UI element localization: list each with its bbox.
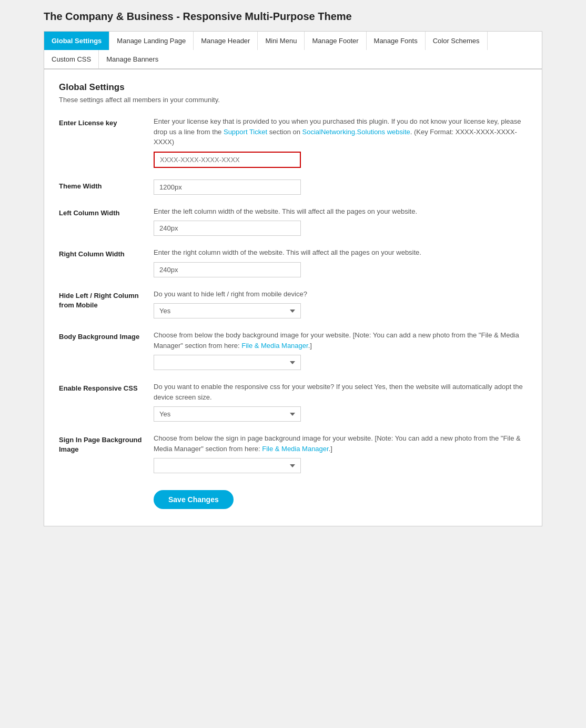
signin-bg-image-desc: Choose from below the sign in page backg… [154,433,527,454]
body-bg-image-field: Choose from below the body background im… [154,330,527,370]
left-column-width-row: Left Column Width Enter the left column … [59,206,527,236]
hide-columns-field: Do you want to hide left / right from mo… [154,289,527,319]
tab-manage-fonts[interactable]: Manage Fonts [367,32,426,50]
tabs-bar: Global Settings Manage Landing Page Mana… [44,31,542,69]
theme-width-field [154,179,527,195]
save-button-row: Save Changes [59,485,527,509]
tab-color-schemes[interactable]: Color Schemes [426,32,488,50]
right-column-width-row: Right Column Width Enter the right colum… [59,247,527,277]
signin-bg-file-manager-link[interactable]: File & Media Manager [262,445,328,453]
signin-bg-image-field: Choose from below the sign in page backg… [154,433,527,473]
signin-bg-image-label: Sign In Page Background Image [59,433,154,454]
tab-global-settings[interactable]: Global Settings [44,32,109,50]
license-key-field: Enter your license key that is provided … [154,116,527,168]
content-panel: Global Settings These settings affect al… [44,69,542,526]
signin-bg-image-row: Sign In Page Background Image Choose fro… [59,433,527,473]
body-bg-desc-part2: .] [308,342,312,350]
signin-bg-desc-part2: .] [329,445,332,453]
body-bg-image-label: Body Background Image [59,330,154,342]
hide-columns-label: Hide Left / Right Column from Mobile [59,289,154,310]
body-bg-image-desc: Choose from below the body background im… [154,330,527,351]
body-bg-image-select[interactable] [154,355,301,370]
tab-manage-footer[interactable]: Manage Footer [305,32,366,50]
right-column-width-field: Enter the right column width of the webs… [154,247,527,277]
responsive-css-field: Do you want to enable the responsive css… [154,382,527,422]
responsive-css-select[interactable]: Yes No [154,406,301,422]
right-column-width-desc: Enter the right column width of the webs… [154,247,527,258]
theme-width-row: Theme Width [59,179,527,195]
hide-columns-row: Hide Left / Right Column from Mobile Do … [59,289,527,319]
tab-manage-landing-page[interactable]: Manage Landing Page [109,32,194,50]
license-key-input[interactable] [154,152,301,168]
save-changes-button[interactable]: Save Changes [154,490,234,509]
left-column-width-field: Enter the left column width of the websi… [154,206,527,236]
left-column-width-desc: Enter the left column width of the websi… [154,206,527,217]
license-key-label: Enter License key [59,116,154,128]
left-column-width-input[interactable] [154,221,301,236]
page-title: The Company & Business - Responsive Mult… [44,11,542,23]
responsive-css-label: Enable Responsive CSS [59,382,154,393]
tab-manage-banners[interactable]: Manage Banners [99,50,166,68]
socialnetworking-link[interactable]: SocialNetworking.Solutions website [302,128,410,136]
left-column-width-label: Left Column Width [59,206,154,218]
signin-bg-image-select[interactable] [154,458,301,473]
tab-manage-header[interactable]: Manage Header [194,32,258,50]
tab-mini-menu[interactable]: Mini Menu [258,32,305,50]
theme-width-label: Theme Width [59,179,154,191]
right-column-width-input[interactable] [154,262,301,277]
body-bg-file-manager-link[interactable]: File & Media Manager [241,342,308,350]
body-bg-image-row: Body Background Image Choose from below … [59,330,527,370]
responsive-css-row: Enable Responsive CSS Do you want to ena… [59,382,527,422]
license-key-desc: Enter your license key that is provided … [154,116,527,147]
body-bg-desc-part1: Choose from below the body background im… [154,331,519,350]
right-column-width-label: Right Column Width [59,247,154,259]
license-key-row: Enter License key Enter your license key… [59,116,527,168]
theme-width-input[interactable] [154,179,301,195]
license-key-desc-part2: section on [267,128,302,136]
hide-columns-select[interactable]: Yes No [154,303,301,318]
hide-columns-desc: Do you want to hide left / right from mo… [154,289,527,300]
signin-bg-desc-part1: Choose from below the sign in page backg… [154,434,521,453]
responsive-css-desc: Do you want to enable the responsive css… [154,382,527,402]
panel-title: Global Settings [59,82,527,93]
tab-custom-css[interactable]: Custom CSS [44,50,99,68]
page-wrapper: The Company & Business - Responsive Mult… [35,0,551,537]
support-ticket-link[interactable]: Support Ticket [224,128,267,136]
panel-subtitle: These settings affect all members in you… [59,96,527,104]
